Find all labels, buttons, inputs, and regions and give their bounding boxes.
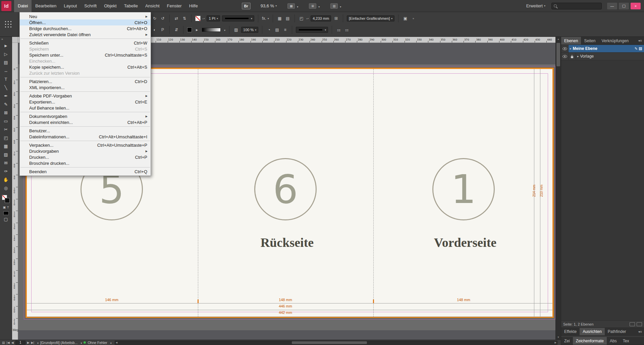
- transparency-icon[interactable]: ▨: [233, 27, 239, 33]
- menu-tabelle[interactable]: Tabelle: [120, 0, 142, 12]
- menu-bearbeiten[interactable]: Bearbeiten: [32, 0, 60, 12]
- file-menu-item-neu[interactable]: Neu▶: [20, 13, 151, 19]
- file-menu-item-kopie-speichern[interactable]: Kopie speichern...Ctrl+Alt+S: [20, 64, 151, 70]
- fill-color-arrow[interactable]: ▸: [194, 27, 200, 33]
- scroll-left-arrow[interactable]: ◀: [116, 341, 117, 344]
- pencil-tool[interactable]: ✎: [1, 100, 11, 109]
- flip-vertical-icon[interactable]: ⇅: [181, 15, 187, 21]
- tab-seiten[interactable]: Seiten: [581, 37, 598, 45]
- corner-radius-stepper[interactable]: ▴ ▾: [307, 18, 309, 19]
- file-menu-item-dokumentvorgaben[interactable]: Dokumentvorgaben▶: [20, 113, 151, 119]
- layer-row-vorlage[interactable]: ▸ Vorlage: [561, 53, 644, 60]
- file-menu-item-xml-importieren[interactable]: XML importieren...: [20, 84, 151, 90]
- horizontal-scroll-thumb[interactable]: [292, 341, 367, 344]
- swap-fill-stroke-icon[interactable]: ⇵: [173, 27, 179, 33]
- select-container-icon[interactable]: ▣: [402, 15, 408, 21]
- close-button[interactable]: ×: [631, 3, 641, 9]
- menu-objekt[interactable]: Objekt: [100, 0, 120, 12]
- layer-lock-icon[interactable]: [569, 53, 576, 60]
- file-menu-item-dateiinformationen[interactable]: Dateiinformationen...Ctrl+Alt+Umschaltta…: [20, 134, 151, 140]
- screen-mode-icon[interactable]: ⊞: [309, 3, 316, 9]
- scroll-right-arrow[interactable]: ▶: [555, 341, 556, 344]
- gradient-tool[interactable]: ▦: [1, 142, 11, 150]
- flip-horizontal-icon[interactable]: ⇄: [173, 15, 179, 21]
- menu-schrift[interactable]: Schrift: [80, 0, 100, 12]
- formatting-affects-container-icon[interactable]: ▣: [3, 206, 6, 209]
- preflight-profile-arrow[interactable]: [79, 341, 82, 345]
- layer-visibility-icon[interactable]: [561, 53, 569, 60]
- last-page-button[interactable]: ▶|: [31, 341, 34, 344]
- auto-fit-icon[interactable]: ⚏: [344, 27, 350, 33]
- corner-radius-field[interactable]: 4,233 mm: [311, 15, 331, 21]
- tab-verknuepfungen[interactable]: Verknüpfungen: [598, 37, 632, 45]
- zoom-level-dropdown[interactable]: 93,6 %: [261, 3, 277, 8]
- layer-selection-square[interactable]: [639, 47, 642, 50]
- tab-textformate[interactable]: Tex: [620, 337, 632, 345]
- file-menu-item-auf-behance-teilen[interactable]: Auf Behance teilen...: [20, 105, 151, 111]
- preflight-menu-arrow[interactable]: [109, 341, 112, 345]
- menu-datei[interactable]: Datei: [14, 0, 32, 12]
- vertical-scrollbar[interactable]: ▲ ▼: [555, 37, 561, 340]
- gap-tool[interactable]: ↔: [1, 67, 11, 75]
- note-tool[interactable]: ✉: [1, 159, 11, 167]
- layer-expand-icon[interactable]: ▸: [577, 55, 579, 58]
- hand-tool[interactable]: ✋: [1, 176, 11, 184]
- menu-fenster[interactable]: Fenster: [163, 0, 185, 12]
- scissors-tool[interactable]: ✂: [1, 125, 11, 134]
- object-style-dropdown[interactable]: [Einfacher Grafikrahmen]: [347, 15, 394, 21]
- file-menu-item-öffnen[interactable]: Öffnen...Ctrl+O: [20, 19, 151, 25]
- tab-zeichen[interactable]: Zei: [561, 337, 573, 345]
- file-menu-item-exportieren[interactable]: Exportieren...Ctrl+E: [20, 99, 151, 105]
- rotate-ccw-icon[interactable]: ↺: [160, 15, 166, 21]
- first-page-button[interactable]: |◀: [7, 341, 10, 344]
- arrange-documents-icon[interactable]: ▥: [330, 3, 338, 9]
- stroke-weight-field[interactable]: 1 Pt: [207, 15, 220, 21]
- file-menu-item-schließen[interactable]: SchließenCtrl+W: [20, 40, 151, 46]
- type-tool[interactable]: T: [1, 75, 11, 83]
- minimize-button[interactable]: —: [607, 3, 617, 9]
- align-icon[interactable]: ≡: [282, 27, 288, 33]
- selection-tool[interactable]: ►: [1, 42, 11, 50]
- scroll-down-arrow[interactable]: ▼: [556, 335, 561, 340]
- file-menu-item-verpacken[interactable]: Verpacken...Ctrl+Alt+Umschalttaste+P: [20, 142, 151, 148]
- view-options-icon[interactable]: ▦: [287, 3, 295, 9]
- restore-button[interactable]: ▢: [619, 3, 629, 9]
- file-menu-item-beenden[interactable]: BeendenCtrl+Q: [20, 168, 151, 175]
- stroke-color-swatch[interactable]: [195, 16, 201, 21]
- next-page-button[interactable]: ▶: [27, 341, 30, 344]
- page-tool[interactable]: ▤: [1, 58, 11, 67]
- file-menu-item-speichern-unter[interactable]: Speichern unter...Ctrl+Umschalttaste+S: [20, 52, 151, 58]
- layer-row-meine-ebene[interactable]: ▸ Meine Ebene ✎: [561, 45, 644, 53]
- gradient-feather-tool[interactable]: ▨: [1, 150, 11, 159]
- paragraph-icon[interactable]: P: [160, 27, 166, 33]
- page-number-field[interactable]: 1: [15, 341, 25, 345]
- new-layer-button[interactable]: [630, 322, 635, 326]
- ruler-origin-corner[interactable]: [12, 37, 18, 43]
- tab-absatzformate[interactable]: Abs: [607, 337, 620, 345]
- stroke-type-dropdown[interactable]: [222, 15, 254, 21]
- bridge-button[interactable]: Br: [242, 3, 251, 9]
- formatting-affects-text-icon[interactable]: T: [7, 206, 9, 209]
- menu-ansicht[interactable]: Ansicht: [142, 0, 163, 12]
- effects-menu[interactable]: fx.: [262, 15, 269, 21]
- file-menu-item-drucken[interactable]: Drucken...Ctrl+P: [20, 154, 151, 160]
- file-menu-item-adobe-pdf-vorgaben[interactable]: Adobe PDF-Vorgaben▶: [20, 93, 151, 99]
- line-style-dropdown[interactable]: [296, 27, 328, 33]
- line-tool[interactable]: ╲: [1, 83, 11, 92]
- rectangle-tool[interactable]: ▭: [1, 117, 11, 125]
- panel-menu-icon[interactable]: ▾≡: [636, 37, 644, 45]
- file-menu-item-benutzer[interactable]: Benutzer...: [20, 128, 151, 134]
- gradient-arrow[interactable]: [223, 28, 225, 32]
- workspace-switcher[interactable]: Erweitert: [526, 4, 545, 8]
- ruler-vertical[interactable]: 01 02 03 04 05 06 07 08 09 01 0 01 1 01 …: [12, 43, 18, 340]
- apply-color-swatch[interactable]: [3, 211, 9, 215]
- gradient-ramp[interactable]: [202, 28, 221, 32]
- vertical-scroll-thumb[interactable]: [556, 43, 560, 66]
- make-corners-icon[interactable]: ⊞: [333, 15, 339, 21]
- corner-options-icon[interactable]: ◰: [299, 15, 305, 21]
- frame-tool[interactable]: ⊠: [1, 109, 11, 117]
- text-wrap-icon[interactable]: ▤: [274, 27, 280, 33]
- select-content-icon[interactable]: ▫: [410, 15, 416, 21]
- fill-swatch-black[interactable]: [5, 198, 10, 203]
- search-box[interactable]: [551, 3, 602, 9]
